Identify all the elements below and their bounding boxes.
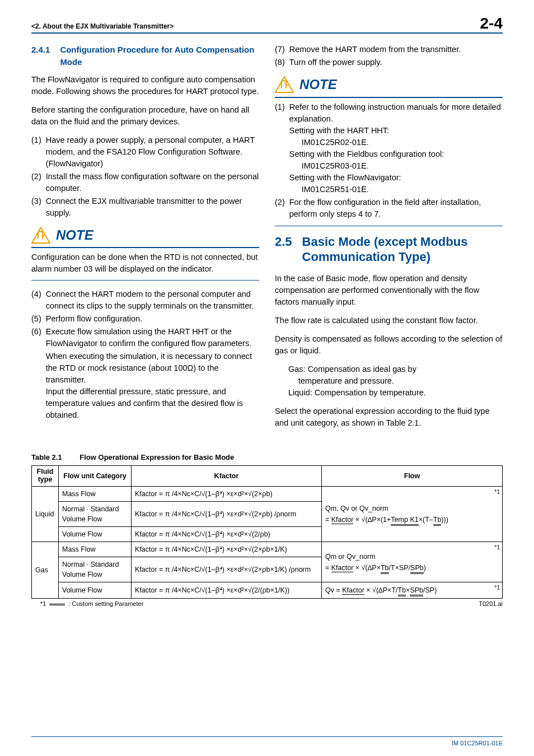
step-list-b: (4) Connect the HART modem to the person… — [31, 288, 259, 421]
chapter-title: <2. About the EJX Multivariable Transmit… — [31, 22, 174, 32]
step-marker: (1) — [275, 101, 285, 195]
cell-category: Volume Flow — [59, 526, 132, 542]
note-block: NOTE (1) Refer to the following instruct… — [275, 75, 503, 226]
footnote-text: : Custom setting Parameter — [68, 600, 143, 609]
note-title: NOTE — [299, 75, 337, 95]
step-text: Remove the HART modem from the transmitt… — [289, 44, 461, 55]
step-marker: (5) — [31, 313, 41, 325]
cell-category: Normal · Standard Volume Flow — [59, 501, 132, 526]
note-line: Setting with the FlowNavigator: — [289, 173, 401, 182]
gas-line: temperature and pressure. — [288, 375, 503, 387]
step-marker: (1) — [31, 134, 41, 170]
step-text: Install the mass flow configuration soft… — [46, 171, 259, 194]
list-item: (5) Perform flow configuration. — [31, 313, 259, 325]
step-marker: (3) — [31, 195, 41, 219]
step-extra: When executing the simulation, it is nec… — [46, 351, 259, 421]
cell-fluid-type: Liquid — [32, 486, 59, 542]
th-fluid-type: Fluidtype — [32, 466, 59, 487]
cell-category: Mass Flow — [59, 486, 132, 501]
footnote-marker: *1 — [495, 543, 500, 552]
subsection-title: Configuration Procedure for Auto Compens… — [60, 44, 259, 68]
note-line: IM01C25R02-01E. — [289, 137, 503, 148]
document-id: IM 01C25R01-01E — [452, 739, 503, 748]
step-text: Connect the HART modem to the personal c… — [46, 288, 259, 312]
right-column: (7) Remove the HART modem from the trans… — [275, 44, 503, 436]
compensation-list: Gas: Compensation as ideal gas by temper… — [288, 363, 503, 399]
paragraph: Select the operational expression accord… — [275, 405, 503, 429]
cell-flow: *1 Qm or Qv_norm = Kfactor × √(∆P×Tb/T×S… — [322, 542, 503, 582]
paragraph: In the case of Basic mode, flow operatio… — [275, 273, 503, 308]
list-item: (7) Remove the HART modem from the trans… — [275, 44, 503, 55]
step-marker: (2) — [275, 197, 285, 220]
paragraph: Density is compensated as follows accord… — [275, 333, 503, 357]
note-body: (1) Refer to the following instruction m… — [275, 98, 503, 226]
paragraph: Before starting the configuration proced… — [31, 104, 259, 128]
cell-kfactor: Kfactor = π /4×Nc×C/√(1–β⁴) ×ε×d²×√(2×ρb… — [132, 557, 322, 582]
th-kfactor: Kfactor — [132, 466, 322, 487]
footer-rule — [31, 736, 503, 737]
step-marker: (8) — [275, 57, 285, 68]
step-marker: (4) — [31, 288, 41, 312]
step-list-c: (7) Remove the HART modem from the trans… — [275, 44, 503, 68]
cell-category: Volume Flow — [59, 582, 132, 599]
note-title: NOTE — [56, 226, 93, 245]
svg-marker-0 — [32, 227, 50, 243]
list-item: (3) Connect the EJX multivariable transm… — [31, 195, 259, 219]
list-item: (4) Connect the HART modem to the person… — [31, 288, 259, 312]
list-item: (1) Have ready a power supply, a persona… — [31, 134, 259, 170]
liquid-line: Liquid: Compensation by temperature. — [288, 387, 503, 399]
note-line: Setting with the Fieldbus configuration … — [289, 150, 444, 158]
note-body: Configuration can be done when the RTD i… — [31, 248, 259, 280]
list-item: (8) Turn off the power supply. — [275, 57, 503, 68]
table-row: Gas Mass Flow Kfactor = π /4×Nc×C/√(1–β⁴… — [32, 542, 503, 557]
double-underline-icon — [49, 604, 65, 605]
subsection-heading: 2.4.1 Configuration Procedure for Auto C… — [31, 44, 259, 68]
th-flow-unit-category: Flow unit Category — [59, 466, 132, 487]
list-item: (2) Install the mass flow configuration … — [31, 171, 259, 194]
table-row: Liquid Mass Flow Kfactor = π /4×Nc×C/√(1… — [32, 486, 503, 501]
note-line: For the flow configuration in the field … — [289, 197, 503, 220]
figure-id: T0201.ai — [479, 600, 503, 609]
gas-line: Gas: Compensation as ideal gas by — [288, 363, 503, 375]
footnote-label: *1 — [40, 600, 46, 609]
section-number: 2.5 — [275, 234, 292, 265]
subsection-number: 2.4.1 — [31, 44, 50, 68]
cell-flow: *1 Qv = Kfactor × √(∆P×T/Tb×SPb/SP) — [322, 582, 503, 599]
kfactor-table: Fluidtype Flow unit Category Kfactor Flo… — [31, 465, 503, 599]
page-number: 2-4 — [480, 16, 503, 32]
section-heading: 2.5 Basic Mode (except Modbus Communicat… — [275, 234, 503, 265]
section-title: Basic Mode (except Modbus Communication … — [302, 234, 503, 265]
paragraph: The FlowNavigator is required to configu… — [31, 74, 259, 97]
svg-marker-1 — [275, 77, 293, 92]
page-header: <2. About the EJX Multivariable Transmit… — [31, 16, 503, 34]
paragraph: The flow rate is calculated using the co… — [275, 315, 503, 326]
left-column: 2.4.1 Configuration Procedure for Auto C… — [31, 44, 259, 436]
footnote-marker: *1 — [495, 584, 500, 592]
note-line: IM01C25R03-01E. — [289, 160, 503, 172]
step-text: Have ready a power supply, a personal co… — [46, 134, 259, 170]
table-caption-label: Table 2.1 — [31, 453, 62, 461]
list-item: (6) Execute flow simulation using the HA… — [31, 326, 259, 421]
list-item: (1) Refer to the following instruction m… — [275, 101, 503, 195]
step-text: Execute flow simulation using the HART H… — [46, 327, 252, 348]
step-marker: (7) — [275, 44, 285, 55]
cell-category: Normal · Standard Volume Flow — [59, 557, 132, 582]
step-text: Turn off the power supply. — [289, 57, 382, 68]
note-line: IM01C25R51-01E. — [289, 184, 503, 195]
cell-category: Mass Flow — [59, 542, 132, 557]
note-line: Refer to the following instruction manua… — [289, 102, 501, 123]
cell-kfactor: Kfactor = π /4×Nc×C/√(1–β⁴) ×ε×d²×√(2/(ρ… — [132, 582, 322, 599]
step-list-a: (1) Have ready a power supply, a persona… — [31, 134, 259, 219]
list-item: (2) For the flow configuration in the fi… — [275, 197, 503, 220]
step-text: Connect the EJX multivariable transmitte… — [46, 195, 259, 219]
table-caption-text: Flow Operational Expression for Basic Mo… — [79, 452, 234, 463]
cell-kfactor: Kfactor = π /4×Nc×C/√(1–β⁴) ×ε×d²×√(2/ρb… — [132, 526, 322, 542]
cell-kfactor: Kfactor = π /4×Nc×C/√(1–β⁴) ×ε×d²×√(2×ρb… — [132, 542, 322, 557]
note-line: Setting with the HART HHT: — [289, 126, 389, 135]
note-icon — [275, 76, 294, 93]
cell-flow: *1 Qm, Qv or Qv_norm = Kfactor × √(∆P×(1… — [322, 486, 503, 542]
th-flow: Flow — [322, 466, 503, 487]
table-row: Volume Flow Kfactor = π /4×Nc×C/√(1–β⁴) … — [32, 582, 503, 599]
cell-fluid-type: Gas — [32, 542, 59, 599]
note-icon — [31, 227, 50, 244]
